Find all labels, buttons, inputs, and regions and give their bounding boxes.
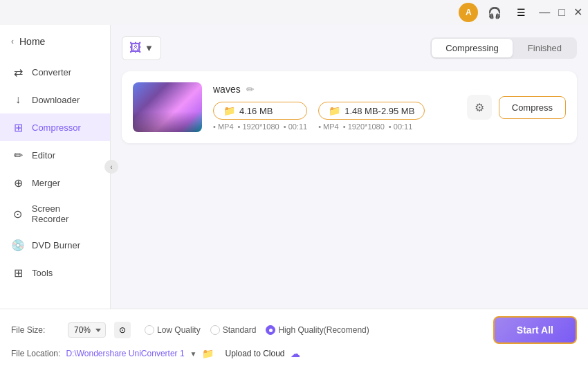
- original-size-box: 📁 4.16 MB: [213, 102, 307, 120]
- title-bar: A 🎧 ☰ — □ ✕: [0, 0, 588, 25]
- low-quality-radio[interactable]: [145, 325, 154, 335]
- downloader-icon: ↓: [11, 93, 25, 107]
- file-location-path[interactable]: D:\Wondershare UniConverter 1: [66, 349, 184, 358]
- sidebar-item-merger[interactable]: ⊕ Merger: [0, 169, 110, 196]
- sidebar: ‹ Home ⇄ Converter ↓ Downloader ⊞ Compre…: [0, 25, 111, 309]
- add-files-button[interactable]: 🖼 ▼: [122, 36, 161, 60]
- start-all-button[interactable]: Start All: [493, 316, 577, 344]
- original-meta3: 00:11: [284, 122, 307, 131]
- compressor-icon: ⊞: [11, 120, 25, 134]
- file-card-actions: ⚙ Compress: [467, 95, 566, 120]
- sidebar-label-screen-recorder: Screen Recorder: [32, 203, 99, 224]
- compress-button[interactable]: Compress: [499, 96, 566, 119]
- bottom-row-1: File Size: 70% 50% 80% 90% ⊙ Low Quality…: [11, 316, 577, 344]
- dvd-burner-icon: 💿: [11, 238, 25, 252]
- merger-icon: ⊕: [11, 176, 25, 190]
- sidebar-item-tools[interactable]: ⊞ Tools: [0, 259, 110, 286]
- compressed-meta3: 00:11: [389, 122, 412, 131]
- sidebar-item-converter[interactable]: ⇄ Converter: [0, 58, 110, 86]
- content-toolbar: 🖼 ▼ Compressing Finished: [122, 36, 577, 60]
- sidebar-label-merger: Merger: [32, 178, 60, 188]
- bottom-bar: File Size: 70% 50% 80% 90% ⊙ Low Quality…: [0, 309, 588, 366]
- add-button-chevron: ▼: [145, 43, 154, 53]
- converter-icon: ⇄: [11, 65, 25, 79]
- file-name-row: waves ✏: [213, 84, 456, 95]
- sidebar-label-tools: Tools: [32, 268, 53, 278]
- standard-quality-option[interactable]: Standard: [210, 325, 257, 335]
- sidebar-label-compressor: Compressor: [32, 122, 81, 133]
- maximize-button[interactable]: □: [558, 7, 565, 18]
- tab-finished[interactable]: Finished: [514, 39, 576, 57]
- location-dropdown-arrow[interactable]: ▼: [190, 350, 197, 358]
- high-quality-radio[interactable]: [266, 325, 275, 335]
- standard-quality-radio[interactable]: [210, 325, 220, 335]
- compressed-size-value: 1.48 MB-2.95 MB: [344, 106, 414, 116]
- high-quality-option[interactable]: High Quality(Recomend): [266, 325, 369, 335]
- sidebar-item-dvd-burner[interactable]: 💿 DVD Burner: [0, 231, 110, 259]
- quality-group: Low Quality Standard High Quality(Recome…: [145, 325, 369, 335]
- user-avatar[interactable]: A: [459, 3, 478, 22]
- size-select-group: 70% 50% 80% 90%: [68, 322, 106, 338]
- compressed-size-box: 📁 1.48 MB-2.95 MB: [318, 102, 425, 120]
- screen-recorder-icon: ⊙: [11, 207, 25, 221]
- file-size-label: File Size:: [11, 325, 59, 335]
- sidebar-label-dvd-burner: DVD Burner: [32, 240, 80, 250]
- title-bar-icons: A 🎧 ☰: [459, 3, 531, 22]
- file-card: waves ✏ 📁 4.16 MB MP4 1920*10: [122, 71, 577, 143]
- home-label: Home: [19, 36, 45, 47]
- sidebar-item-screen-recorder[interactable]: ⊙ Screen Recorder: [0, 196, 110, 231]
- browse-folder-icon[interactable]: 📁: [202, 348, 214, 359]
- size-settings-icon[interactable]: ⊙: [114, 322, 131, 338]
- bottom-row-2: File Location: D:\Wondershare UniConvert…: [11, 348, 577, 359]
- compressed-folder-icon: 📁: [329, 105, 340, 116]
- compressed-size-group: 📁 1.48 MB-2.95 MB MP4 1920*1080 00:11: [318, 102, 425, 131]
- edit-filename-icon[interactable]: ✏: [246, 84, 255, 95]
- sidebar-item-compressor[interactable]: ⊞ Compressor: [0, 113, 110, 141]
- main-content: 🖼 ▼ Compressing Finished waves ✏: [111, 25, 588, 309]
- back-arrow-icon: ‹: [11, 37, 14, 46]
- original-size-group: 📁 4.16 MB MP4 1920*1080 00:11: [213, 102, 307, 131]
- file-location-label: File Location:: [11, 349, 60, 358]
- sidebar-label-converter: Converter: [32, 67, 71, 77]
- sidebar-item-downloader[interactable]: ↓ Downloader: [0, 86, 110, 113]
- compressed-size-meta: MP4 1920*1080 00:11: [318, 122, 425, 131]
- thumbnail-overlay: [133, 111, 202, 132]
- minimize-button[interactable]: —: [539, 7, 550, 18]
- sidebar-item-editor[interactable]: ✏ Editor: [0, 141, 110, 169]
- file-name: waves: [213, 84, 241, 95]
- high-quality-label: High Quality(Recomend): [278, 325, 369, 335]
- file-settings-button[interactable]: ⚙: [467, 95, 492, 120]
- add-icon: 🖼: [129, 41, 142, 55]
- menu-icon[interactable]: ☰: [511, 3, 531, 22]
- upload-cloud-label: Upload to Cloud: [225, 349, 284, 358]
- sidebar-label-editor: Editor: [32, 150, 55, 161]
- size-percent-dropdown[interactable]: 70% 50% 80% 90%: [68, 322, 106, 338]
- tab-compressing[interactable]: Compressing: [432, 39, 513, 57]
- close-button[interactable]: ✕: [573, 7, 582, 18]
- upload-cloud-icon[interactable]: ☁: [291, 348, 300, 359]
- compressed-meta1: MP4: [318, 122, 339, 131]
- standard-quality-label: Standard: [223, 325, 257, 335]
- headset-icon[interactable]: 🎧: [485, 3, 504, 22]
- original-meta2: 1920*1080: [238, 122, 279, 131]
- file-thumbnail: [133, 82, 202, 132]
- file-info: waves ✏ 📁 4.16 MB MP4 1920*10: [213, 84, 456, 131]
- original-size-value: 4.16 MB: [239, 106, 273, 116]
- original-size-meta: MP4 1920*1080 00:11: [213, 122, 307, 131]
- sidebar-toggle-button[interactable]: ‹: [104, 160, 118, 174]
- tools-icon: ⊞: [11, 266, 25, 280]
- window-controls: — □ ✕: [539, 7, 582, 18]
- editor-icon: ✏: [11, 148, 25, 162]
- low-quality-option[interactable]: Low Quality: [145, 325, 201, 335]
- original-meta1: MP4: [213, 122, 234, 131]
- sidebar-label-downloader: Downloader: [32, 95, 80, 105]
- tab-group: Compressing Finished: [430, 37, 577, 59]
- compressed-meta2: 1920*1080: [343, 122, 385, 131]
- file-card-inner: waves ✏ 📁 4.16 MB MP4 1920*10: [133, 82, 566, 132]
- folder-icon: 📁: [223, 105, 235, 116]
- low-quality-label: Low Quality: [157, 325, 201, 335]
- sidebar-home[interactable]: ‹ Home: [0, 30, 110, 58]
- app-body: ‹ Home ⇄ Converter ↓ Downloader ⊞ Compre…: [0, 25, 588, 309]
- file-sizes-row: 📁 4.16 MB MP4 1920*1080 00:11: [213, 102, 456, 131]
